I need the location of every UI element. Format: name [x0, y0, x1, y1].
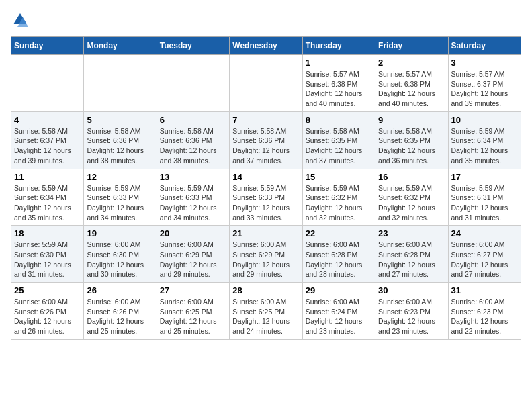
day-info: Sunrise: 5:57 AM Sunset: 6:38 PM Dayligh…	[378, 69, 445, 109]
calendar-cell: 17Sunrise: 5:59 AM Sunset: 6:31 PM Dayli…	[448, 169, 521, 226]
day-info: Sunrise: 5:59 AM Sunset: 6:34 PM Dayligh…	[451, 126, 518, 166]
calendar-cell	[84, 55, 157, 112]
day-info: Sunrise: 6:00 AM Sunset: 6:29 PM Dayligh…	[160, 240, 226, 279]
day-info: Sunrise: 5:58 AM Sunset: 6:36 PM Dayligh…	[87, 126, 153, 166]
calendar-cell: 14Sunrise: 5:59 AM Sunset: 6:33 PM Dayli…	[230, 169, 302, 226]
day-info: Sunrise: 6:00 AM Sunset: 6:30 PM Dayligh…	[87, 240, 153, 279]
day-info: Sunrise: 5:59 AM Sunset: 6:31 PM Dayligh…	[451, 183, 518, 223]
calendar-cell: 6Sunrise: 5:58 AM Sunset: 6:36 PM Daylig…	[157, 111, 229, 169]
day-number: 20	[160, 228, 226, 238]
weekday-header: Thursday	[302, 37, 375, 55]
calendar-cell: 2Sunrise: 5:57 AM Sunset: 6:38 PM Daylig…	[375, 55, 448, 112]
day-info: Sunrise: 6:00 AM Sunset: 6:28 PM Dayligh…	[378, 240, 445, 279]
day-number: 5	[87, 115, 153, 125]
day-info: Sunrise: 5:59 AM Sunset: 6:30 PM Dayligh…	[14, 240, 81, 279]
day-number: 21	[232, 228, 299, 238]
day-number: 13	[160, 172, 226, 182]
day-number: 22	[306, 228, 372, 238]
weekday-header: Tuesday	[157, 37, 229, 55]
calendar-cell: 26Sunrise: 6:00 AM Sunset: 6:26 PM Dayli…	[84, 283, 157, 340]
calendar-cell: 1Sunrise: 5:57 AM Sunset: 6:38 PM Daylig…	[302, 55, 375, 112]
day-number: 1	[306, 58, 372, 68]
day-info: Sunrise: 6:00 AM Sunset: 6:23 PM Dayligh…	[451, 297, 518, 336]
day-number: 28	[232, 285, 299, 295]
calendar-cell: 5Sunrise: 5:58 AM Sunset: 6:36 PM Daylig…	[84, 111, 157, 169]
calendar-cell: 23Sunrise: 6:00 AM Sunset: 6:28 PM Dayli…	[375, 226, 448, 283]
calendar-week-row: 18Sunrise: 5:59 AM Sunset: 6:30 PM Dayli…	[11, 226, 521, 283]
calendar-cell	[11, 55, 84, 112]
calendar-cell: 29Sunrise: 6:00 AM Sunset: 6:24 PM Dayli…	[302, 283, 375, 340]
day-number: 18	[14, 228, 81, 238]
calendar-cell: 22Sunrise: 6:00 AM Sunset: 6:28 PM Dayli…	[302, 226, 375, 283]
day-number: 25	[14, 285, 81, 295]
calendar-week-row: 25Sunrise: 6:00 AM Sunset: 6:26 PM Dayli…	[11, 283, 521, 340]
day-info: Sunrise: 6:00 AM Sunset: 6:23 PM Dayligh…	[378, 297, 445, 336]
day-info: Sunrise: 6:00 AM Sunset: 6:27 PM Dayligh…	[451, 240, 518, 279]
weekday-header: Wednesday	[230, 37, 302, 55]
day-info: Sunrise: 5:58 AM Sunset: 6:35 PM Dayligh…	[306, 126, 372, 166]
weekday-header: Monday	[84, 37, 157, 55]
day-info: Sunrise: 6:00 AM Sunset: 6:24 PM Dayligh…	[306, 297, 372, 336]
calendar-week-row: 11Sunrise: 5:59 AM Sunset: 6:34 PM Dayli…	[11, 169, 521, 226]
day-number: 26	[87, 285, 153, 295]
calendar-cell: 28Sunrise: 6:00 AM Sunset: 6:25 PM Dayli…	[230, 283, 302, 340]
day-info: Sunrise: 6:00 AM Sunset: 6:25 PM Dayligh…	[232, 297, 299, 336]
day-number: 11	[14, 172, 81, 182]
day-number: 3	[451, 58, 518, 68]
day-number: 9	[378, 115, 445, 125]
calendar-cell	[230, 55, 302, 112]
day-info: Sunrise: 6:00 AM Sunset: 6:29 PM Dayligh…	[232, 240, 299, 279]
day-info: Sunrise: 5:58 AM Sunset: 6:36 PM Dayligh…	[232, 126, 299, 166]
day-info: Sunrise: 5:57 AM Sunset: 6:38 PM Dayligh…	[306, 69, 372, 109]
calendar-cell: 4Sunrise: 5:58 AM Sunset: 6:37 PM Daylig…	[11, 111, 84, 169]
calendar-cell: 18Sunrise: 5:59 AM Sunset: 6:30 PM Dayli…	[11, 226, 84, 283]
day-number: 14	[232, 172, 299, 182]
calendar-cell: 7Sunrise: 5:58 AM Sunset: 6:36 PM Daylig…	[230, 111, 302, 169]
calendar-cell: 3Sunrise: 5:57 AM Sunset: 6:37 PM Daylig…	[448, 55, 521, 112]
weekday-header: Friday	[375, 37, 448, 55]
calendar-week-row: 4Sunrise: 5:58 AM Sunset: 6:37 PM Daylig…	[11, 111, 521, 169]
logo-icon	[11, 11, 30, 30]
calendar-cell: 21Sunrise: 6:00 AM Sunset: 6:29 PM Dayli…	[230, 226, 302, 283]
calendar-header: SundayMondayTuesdayWednesdayThursdayFrid…	[11, 37, 521, 55]
day-number: 29	[306, 285, 372, 295]
day-number: 24	[451, 228, 518, 238]
calendar-cell: 24Sunrise: 6:00 AM Sunset: 6:27 PM Dayli…	[448, 226, 521, 283]
day-info: Sunrise: 5:59 AM Sunset: 6:33 PM Dayligh…	[160, 183, 226, 223]
day-info: Sunrise: 5:59 AM Sunset: 6:33 PM Dayligh…	[87, 183, 153, 223]
calendar-cell: 19Sunrise: 6:00 AM Sunset: 6:30 PM Dayli…	[84, 226, 157, 283]
day-number: 30	[378, 285, 445, 295]
day-info: Sunrise: 5:59 AM Sunset: 6:33 PM Dayligh…	[232, 183, 299, 223]
day-number: 10	[451, 115, 518, 125]
day-info: Sunrise: 5:59 AM Sunset: 6:32 PM Dayligh…	[306, 183, 372, 223]
day-info: Sunrise: 6:00 AM Sunset: 6:25 PM Dayligh…	[160, 297, 226, 336]
day-number: 16	[378, 172, 445, 182]
day-number: 19	[87, 228, 153, 238]
day-info: Sunrise: 6:00 AM Sunset: 6:26 PM Dayligh…	[14, 297, 81, 336]
calendar-cell: 9Sunrise: 5:58 AM Sunset: 6:35 PM Daylig…	[375, 111, 448, 169]
day-number: 27	[160, 285, 226, 295]
day-number: 6	[160, 115, 226, 125]
day-info: Sunrise: 5:59 AM Sunset: 6:34 PM Dayligh…	[14, 183, 81, 223]
calendar-week-row: 1Sunrise: 5:57 AM Sunset: 6:38 PM Daylig…	[11, 55, 521, 112]
day-number: 4	[14, 115, 81, 125]
day-number: 2	[378, 58, 445, 68]
day-info: Sunrise: 5:58 AM Sunset: 6:35 PM Dayligh…	[378, 126, 445, 166]
logo	[11, 11, 31, 30]
calendar-cell: 31Sunrise: 6:00 AM Sunset: 6:23 PM Dayli…	[448, 283, 521, 340]
day-number: 7	[232, 115, 299, 125]
day-info: Sunrise: 5:58 AM Sunset: 6:37 PM Dayligh…	[14, 126, 81, 166]
calendar-cell: 20Sunrise: 6:00 AM Sunset: 6:29 PM Dayli…	[157, 226, 229, 283]
calendar-cell: 11Sunrise: 5:59 AM Sunset: 6:34 PM Dayli…	[11, 169, 84, 226]
day-info: Sunrise: 6:00 AM Sunset: 6:28 PM Dayligh…	[306, 240, 372, 279]
day-number: 17	[451, 172, 518, 182]
calendar-cell: 12Sunrise: 5:59 AM Sunset: 6:33 PM Dayli…	[84, 169, 157, 226]
day-number: 31	[451, 285, 518, 295]
calendar-table: SundayMondayTuesdayWednesdayThursdayFrid…	[11, 36, 521, 340]
day-info: Sunrise: 5:59 AM Sunset: 6:32 PM Dayligh…	[378, 183, 445, 223]
calendar-cell: 30Sunrise: 6:00 AM Sunset: 6:23 PM Dayli…	[375, 283, 448, 340]
weekday-header: Sunday	[11, 37, 84, 55]
calendar-cell	[157, 55, 229, 112]
day-number: 23	[378, 228, 445, 238]
weekday-header: Saturday	[448, 37, 521, 55]
